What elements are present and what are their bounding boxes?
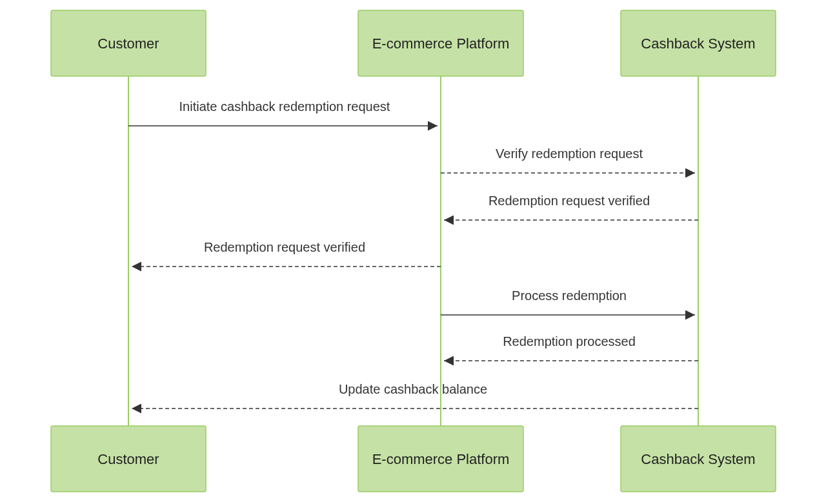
message-label-5: Process redemption [512,288,627,303]
sequence-diagram: Customer E-commerce Platform Cashback Sy… [0,0,826,504]
actor-label-customer-top: Customer [97,35,159,52]
message-label-3: Redemption request verified [489,194,650,208]
actor-label-cashback-top: Cashback System [641,35,755,52]
message-label-6: Redemption processed [503,334,636,348]
message-label-1: Initiate cashback redemption request [179,99,390,114]
message-label-4: Redemption request verified [204,240,365,254]
actor-label-ecommerce-top: E-commerce Platform [372,35,510,52]
message-label-2: Verify redemption request [496,146,643,161]
message-label-7: Update cashback balance [339,382,487,396]
actor-label-cashback-bottom: Cashback System [641,451,755,467]
actor-label-ecommerce-bottom: E-commerce Platform [372,451,510,467]
actor-label-customer-bottom: Customer [97,451,159,467]
